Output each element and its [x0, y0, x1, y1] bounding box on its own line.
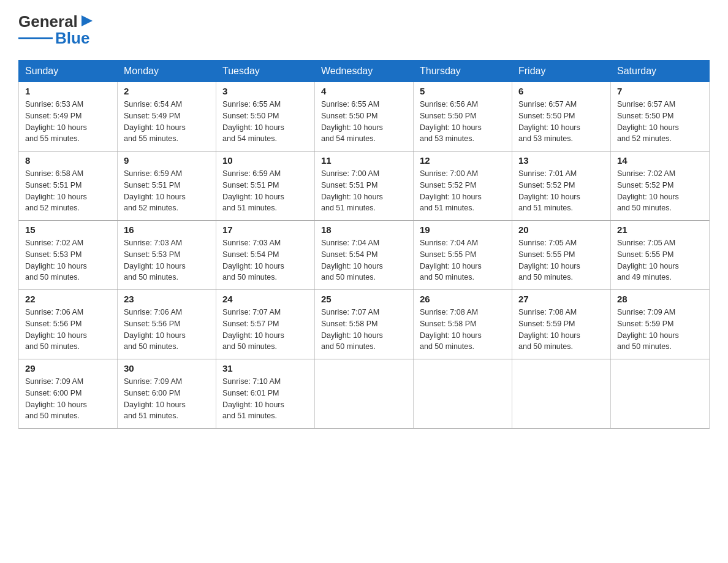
day-number: 26 — [420, 294, 506, 304]
calendar-cell: 4 Sunrise: 6:55 AMSunset: 5:50 PMDayligh… — [315, 82, 414, 151]
day-number: 31 — [222, 363, 308, 373]
calendar-week-row: 15 Sunrise: 7:02 AMSunset: 5:53 PMDaylig… — [19, 221, 710, 290]
day-number: 13 — [518, 155, 604, 166]
day-number: 14 — [617, 155, 703, 166]
calendar-header-thursday: Thursday — [414, 61, 512, 82]
day-info: Sunrise: 7:08 AMSunset: 5:58 PMDaylight:… — [420, 307, 506, 353]
day-number: 21 — [617, 224, 703, 235]
day-info: Sunrise: 7:00 AMSunset: 5:51 PMDaylight:… — [321, 168, 407, 214]
day-info: Sunrise: 6:55 AMSunset: 5:50 PMDaylight:… — [222, 99, 308, 145]
calendar-header-friday: Friday — [512, 61, 611, 82]
day-number: 23 — [124, 294, 210, 304]
day-number: 10 — [222, 155, 308, 166]
day-info: Sunrise: 7:08 AMSunset: 5:59 PMDaylight:… — [518, 307, 604, 353]
day-number: 25 — [321, 294, 407, 304]
day-info: Sunrise: 6:59 AMSunset: 5:51 PMDaylight:… — [222, 168, 308, 214]
day-info: Sunrise: 7:07 AMSunset: 5:58 PMDaylight:… — [321, 307, 407, 353]
calendar-cell: 9 Sunrise: 6:59 AMSunset: 5:51 PMDayligh… — [118, 151, 216, 221]
calendar-header-wednesday: Wednesday — [315, 61, 414, 82]
day-number: 8 — [25, 155, 111, 166]
calendar-cell: 24 Sunrise: 7:07 AMSunset: 5:57 PMDaylig… — [216, 290, 315, 359]
calendar-cell — [512, 359, 611, 429]
day-number: 17 — [222, 224, 308, 235]
day-number: 22 — [25, 294, 111, 304]
calendar-cell: 29 Sunrise: 7:09 AMSunset: 6:00 PMDaylig… — [19, 359, 118, 429]
calendar-table: SundayMondayTuesdayWednesdayThursdayFrid… — [18, 60, 710, 429]
calendar-cell: 27 Sunrise: 7:08 AMSunset: 5:59 PMDaylig… — [512, 290, 611, 359]
logo: General Blue — [18, 12, 94, 48]
calendar-cell — [414, 359, 512, 429]
logo-blue: Blue — [55, 29, 89, 48]
day-info: Sunrise: 6:54 AMSunset: 5:49 PMDaylight:… — [124, 99, 210, 145]
logo-arrow-icon — [80, 14, 94, 28]
day-info: Sunrise: 7:03 AMSunset: 5:54 PMDaylight:… — [222, 237, 308, 283]
day-info: Sunrise: 6:59 AMSunset: 5:51 PMDaylight:… — [124, 168, 210, 214]
calendar-cell: 23 Sunrise: 7:06 AMSunset: 5:56 PMDaylig… — [118, 290, 216, 359]
calendar-cell: 15 Sunrise: 7:02 AMSunset: 5:53 PMDaylig… — [19, 221, 118, 290]
calendar-week-row: 1 Sunrise: 6:53 AMSunset: 5:49 PMDayligh… — [19, 82, 710, 151]
calendar-cell: 8 Sunrise: 6:58 AMSunset: 5:51 PMDayligh… — [19, 151, 118, 221]
day-info: Sunrise: 7:09 AMSunset: 6:00 PMDaylight:… — [124, 376, 210, 422]
logo-underline — [18, 37, 53, 39]
calendar-header-tuesday: Tuesday — [216, 61, 315, 82]
day-number: 9 — [124, 155, 210, 166]
day-number: 6 — [518, 86, 604, 96]
day-info: Sunrise: 6:56 AMSunset: 5:50 PMDaylight:… — [420, 99, 506, 145]
day-info: Sunrise: 6:57 AMSunset: 5:50 PMDaylight:… — [518, 99, 604, 145]
calendar-week-row: 22 Sunrise: 7:06 AMSunset: 5:56 PMDaylig… — [19, 290, 710, 359]
day-number: 4 — [321, 86, 407, 96]
day-number: 29 — [25, 363, 111, 373]
calendar-cell: 6 Sunrise: 6:57 AMSunset: 5:50 PMDayligh… — [512, 82, 611, 151]
day-number: 5 — [420, 86, 506, 96]
calendar-cell: 25 Sunrise: 7:07 AMSunset: 5:58 PMDaylig… — [315, 290, 414, 359]
calendar-cell: 26 Sunrise: 7:08 AMSunset: 5:58 PMDaylig… — [414, 290, 512, 359]
calendar-cell — [611, 359, 710, 429]
calendar-cell: 17 Sunrise: 7:03 AMSunset: 5:54 PMDaylig… — [216, 221, 315, 290]
day-info: Sunrise: 6:55 AMSunset: 5:50 PMDaylight:… — [321, 99, 407, 145]
day-number: 28 — [617, 294, 703, 304]
day-info: Sunrise: 7:07 AMSunset: 5:57 PMDaylight:… — [222, 307, 308, 353]
calendar-header-row: SundayMondayTuesdayWednesdayThursdayFrid… — [19, 61, 710, 82]
day-info: Sunrise: 7:10 AMSunset: 6:01 PMDaylight:… — [222, 376, 308, 422]
calendar-cell: 11 Sunrise: 7:00 AMSunset: 5:51 PMDaylig… — [315, 151, 414, 221]
calendar-cell: 18 Sunrise: 7:04 AMSunset: 5:54 PMDaylig… — [315, 221, 414, 290]
day-info: Sunrise: 7:06 AMSunset: 5:56 PMDaylight:… — [25, 307, 111, 353]
page-header: General Blue — [18, 12, 710, 48]
calendar-header-monday: Monday — [118, 61, 216, 82]
calendar-cell: 2 Sunrise: 6:54 AMSunset: 5:49 PMDayligh… — [118, 82, 216, 151]
day-info: Sunrise: 7:04 AMSunset: 5:55 PMDaylight:… — [420, 237, 506, 283]
calendar-cell: 13 Sunrise: 7:01 AMSunset: 5:52 PMDaylig… — [512, 151, 611, 221]
calendar-cell: 12 Sunrise: 7:00 AMSunset: 5:52 PMDaylig… — [414, 151, 512, 221]
day-number: 12 — [420, 155, 506, 166]
day-number: 19 — [420, 224, 506, 235]
calendar-cell: 5 Sunrise: 6:56 AMSunset: 5:50 PMDayligh… — [414, 82, 512, 151]
calendar-cell: 21 Sunrise: 7:05 AMSunset: 5:55 PMDaylig… — [611, 221, 710, 290]
day-number: 16 — [124, 224, 210, 235]
day-info: Sunrise: 7:09 AMSunset: 5:59 PMDaylight:… — [617, 307, 703, 353]
day-info: Sunrise: 7:03 AMSunset: 5:53 PMDaylight:… — [124, 237, 210, 283]
day-number: 24 — [222, 294, 308, 304]
calendar-cell: 1 Sunrise: 6:53 AMSunset: 5:49 PMDayligh… — [19, 82, 118, 151]
day-info: Sunrise: 7:02 AMSunset: 5:52 PMDaylight:… — [617, 168, 703, 214]
calendar-cell: 10 Sunrise: 6:59 AMSunset: 5:51 PMDaylig… — [216, 151, 315, 221]
day-number: 15 — [25, 224, 111, 235]
day-number: 3 — [222, 86, 308, 96]
day-number: 2 — [124, 86, 210, 96]
calendar-cell: 30 Sunrise: 7:09 AMSunset: 6:00 PMDaylig… — [118, 359, 216, 429]
day-number: 30 — [124, 363, 210, 373]
calendar-cell: 7 Sunrise: 6:57 AMSunset: 5:50 PMDayligh… — [611, 82, 710, 151]
day-info: Sunrise: 7:09 AMSunset: 6:00 PMDaylight:… — [25, 376, 111, 422]
day-info: Sunrise: 7:05 AMSunset: 5:55 PMDaylight:… — [518, 237, 604, 283]
calendar-cell: 31 Sunrise: 7:10 AMSunset: 6:01 PMDaylig… — [216, 359, 315, 429]
calendar-header-sunday: Sunday — [19, 61, 118, 82]
calendar-cell: 28 Sunrise: 7:09 AMSunset: 5:59 PMDaylig… — [611, 290, 710, 359]
calendar-header-saturday: Saturday — [611, 61, 710, 82]
calendar-cell — [315, 359, 414, 429]
calendar-cell: 16 Sunrise: 7:03 AMSunset: 5:53 PMDaylig… — [118, 221, 216, 290]
day-number: 18 — [321, 224, 407, 235]
day-info: Sunrise: 7:02 AMSunset: 5:53 PMDaylight:… — [25, 237, 111, 283]
calendar-cell: 3 Sunrise: 6:55 AMSunset: 5:50 PMDayligh… — [216, 82, 315, 151]
day-info: Sunrise: 7:04 AMSunset: 5:54 PMDaylight:… — [321, 237, 407, 283]
day-info: Sunrise: 7:05 AMSunset: 5:55 PMDaylight:… — [617, 237, 703, 283]
day-number: 11 — [321, 155, 407, 166]
